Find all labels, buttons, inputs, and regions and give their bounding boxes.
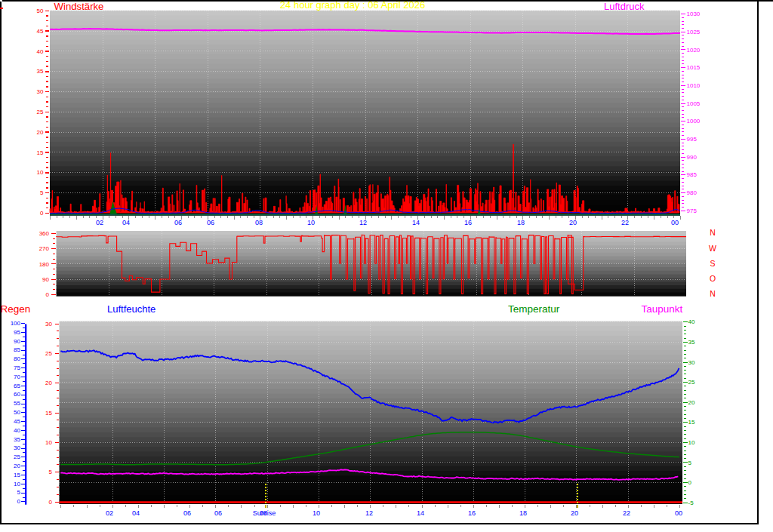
svg-text:Windstärke: Windstärke	[54, 1, 104, 12]
svg-text:1015: 1015	[687, 64, 701, 71]
svg-text:50: 50	[14, 409, 20, 416]
svg-text:55: 55	[14, 400, 20, 407]
svg-text:975: 975	[687, 208, 698, 214]
svg-text:25: 25	[45, 350, 52, 357]
svg-text:12: 12	[365, 509, 373, 517]
svg-text:12: 12	[359, 219, 367, 226]
svg-text:270: 270	[39, 245, 50, 252]
svg-text:40: 40	[37, 48, 44, 55]
svg-text:980: 980	[687, 189, 698, 196]
svg-text:990: 990	[687, 154, 698, 161]
svg-text:Luftfeuchte: Luftfeuchte	[107, 303, 156, 315]
svg-text:16: 16	[468, 509, 476, 517]
svg-text:60: 60	[14, 391, 20, 398]
svg-text:5: 5	[40, 189, 44, 196]
svg-text:95: 95	[14, 329, 20, 336]
svg-text:20: 20	[688, 399, 695, 406]
svg-text:1005: 1005	[687, 100, 701, 107]
svg-text:14: 14	[417, 509, 424, 517]
svg-text:0: 0	[17, 498, 21, 505]
svg-text:0: 0	[46, 291, 50, 298]
svg-text:15: 15	[37, 149, 44, 156]
svg-text:30: 30	[37, 88, 44, 95]
svg-text:15: 15	[45, 410, 52, 417]
svg-text:22: 22	[621, 219, 629, 226]
svg-text:35: 35	[14, 436, 20, 443]
svg-text:40: 40	[688, 318, 695, 325]
svg-text:45: 45	[37, 28, 44, 35]
svg-text:16: 16	[464, 219, 472, 226]
svg-text:90: 90	[14, 338, 20, 345]
svg-text:0: 0	[49, 499, 53, 506]
svg-text:04: 04	[132, 509, 140, 517]
svg-text:1030: 1030	[687, 11, 701, 17]
svg-text:0: 0	[688, 479, 692, 486]
svg-text:20: 20	[37, 129, 44, 136]
svg-text:50: 50	[37, 8, 44, 14]
svg-text:10: 10	[45, 439, 52, 446]
svg-text:08: 08	[260, 509, 267, 517]
svg-text:30: 30	[688, 359, 695, 366]
svg-text:15: 15	[688, 419, 695, 426]
svg-text:360: 360	[39, 230, 50, 237]
svg-text:00: 00	[671, 219, 679, 226]
svg-text:04: 04	[122, 219, 130, 226]
svg-text:15: 15	[14, 472, 20, 478]
svg-text:22: 22	[623, 509, 630, 517]
svg-text:O: O	[710, 274, 716, 283]
svg-text:1010: 1010	[687, 82, 701, 89]
svg-text:06: 06	[207, 219, 214, 226]
svg-text:5: 5	[49, 469, 53, 475]
svg-text:180: 180	[39, 261, 50, 268]
svg-text:Luftdruck: Luftdruck	[604, 1, 645, 12]
svg-text:100: 100	[11, 320, 21, 327]
svg-text:25: 25	[37, 109, 44, 115]
svg-text:75: 75	[14, 364, 20, 371]
svg-text:02: 02	[106, 509, 113, 517]
svg-text:20: 20	[14, 463, 20, 469]
svg-text:10: 10	[14, 481, 20, 487]
svg-text:N: N	[710, 228, 716, 237]
svg-text:70: 70	[14, 374, 20, 380]
svg-text:20: 20	[569, 219, 577, 226]
svg-text:0: 0	[40, 210, 44, 217]
svg-text:30: 30	[14, 444, 20, 451]
svg-text:40: 40	[14, 427, 20, 434]
svg-text:06: 06	[214, 509, 222, 517]
svg-text:1025: 1025	[687, 29, 701, 35]
svg-text:90: 90	[42, 276, 49, 283]
svg-text:5: 5	[17, 489, 21, 496]
svg-text:20: 20	[45, 380, 52, 386]
svg-text:985: 985	[687, 171, 698, 178]
svg-text:02: 02	[96, 219, 103, 226]
svg-text:35: 35	[688, 339, 695, 346]
svg-text:45: 45	[14, 418, 20, 425]
svg-text:S: S	[710, 259, 715, 268]
svg-text:18: 18	[517, 219, 525, 226]
svg-text:1020: 1020	[687, 47, 701, 54]
svg-text:85: 85	[14, 346, 20, 353]
svg-text:10: 10	[313, 509, 320, 517]
svg-text:00: 00	[675, 509, 682, 517]
svg-text:20: 20	[571, 509, 578, 517]
svg-text:25: 25	[688, 379, 695, 386]
svg-text:Temperatur: Temperatur	[508, 303, 560, 315]
svg-text:N: N	[710, 289, 716, 298]
svg-text:10: 10	[307, 219, 315, 226]
svg-text:10: 10	[37, 169, 44, 176]
svg-text:06: 06	[183, 509, 191, 517]
svg-text:80: 80	[14, 355, 20, 362]
svg-text:Regen: Regen	[1, 303, 31, 315]
svg-text:06: 06	[174, 219, 182, 226]
svg-text:18: 18	[519, 509, 527, 517]
svg-text:-5: -5	[688, 500, 694, 506]
svg-text:1000: 1000	[687, 118, 701, 125]
svg-text:10: 10	[688, 439, 695, 446]
svg-text:35: 35	[37, 68, 44, 75]
svg-text:W: W	[709, 244, 716, 253]
svg-text:995: 995	[687, 136, 698, 143]
svg-text:08: 08	[255, 219, 263, 226]
svg-text:25: 25	[14, 454, 20, 460]
svg-text:24 hour graph day : 06 April 2: 24 hour graph day : 06 April 2026	[280, 0, 425, 11]
svg-text:65: 65	[14, 383, 20, 389]
